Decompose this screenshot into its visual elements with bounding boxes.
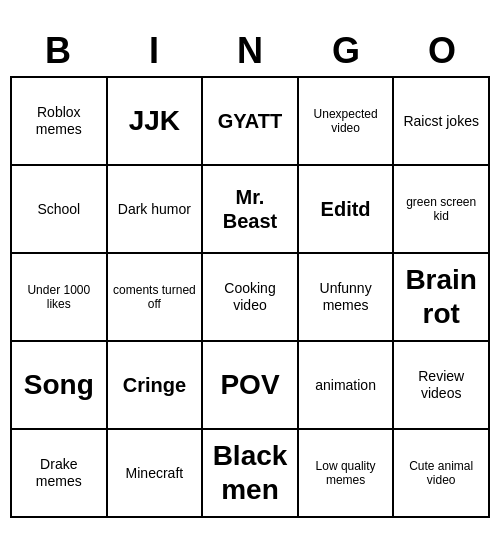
bingo-cell-10: Under 1000 likes [12,254,108,342]
header-letter-B: B [10,26,106,76]
bingo-cell-8: Editd [299,166,395,254]
bingo-cell-12: Cooking video [203,254,299,342]
bingo-cell-4: Raicst jokes [394,78,490,166]
bingo-cell-19: Review videos [394,342,490,430]
bingo-card: BINGO Roblox memesJJKGYATTUnexpected vid… [10,26,490,518]
bingo-cell-0: Roblox memes [12,78,108,166]
bingo-cell-6: Dark humor [108,166,204,254]
header-letter-N: N [202,26,298,76]
bingo-cell-23: Low quality memes [299,430,395,518]
bingo-header: BINGO [10,26,490,76]
bingo-cell-18: animation [299,342,395,430]
bingo-cell-14: Brain rot [394,254,490,342]
bingo-cell-13: Unfunny memes [299,254,395,342]
bingo-cell-21: Minecraft [108,430,204,518]
bingo-cell-2: GYATT [203,78,299,166]
bingo-cell-17: POV [203,342,299,430]
header-letter-O: O [394,26,490,76]
bingo-cell-20: Drake memes [12,430,108,518]
bingo-cell-9: green screen kid [394,166,490,254]
header-letter-G: G [298,26,394,76]
bingo-cell-3: Unexpected video [299,78,395,166]
bingo-cell-5: School [12,166,108,254]
bingo-grid: Roblox memesJJKGYATTUnexpected videoRaic… [10,76,490,518]
bingo-cell-1: JJK [108,78,204,166]
bingo-cell-22: Black men [203,430,299,518]
bingo-cell-24: Cute animal video [394,430,490,518]
bingo-cell-15: Song [12,342,108,430]
header-letter-I: I [106,26,202,76]
bingo-cell-11: coments turned off [108,254,204,342]
bingo-cell-16: Cringe [108,342,204,430]
bingo-cell-7: Mr. Beast [203,166,299,254]
